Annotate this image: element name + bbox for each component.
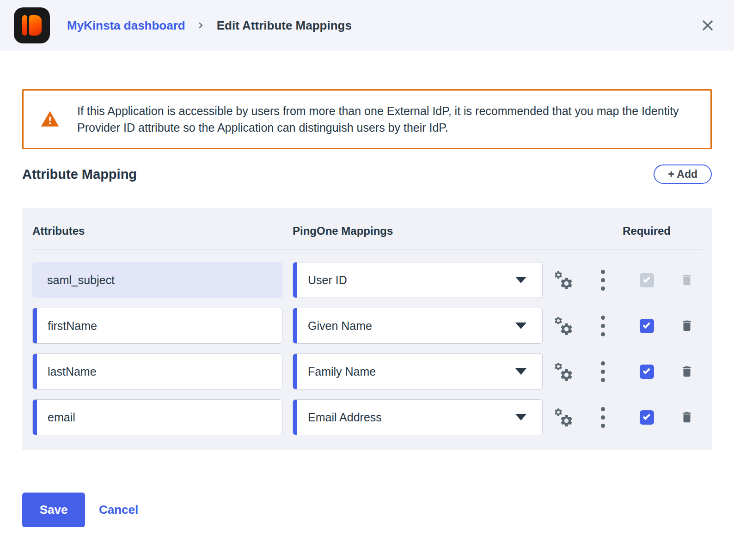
dropdown-accent-bar — [293, 308, 297, 343]
mapping-selected-value: Given Name — [308, 319, 372, 333]
trash-icon — [680, 273, 694, 287]
trash-icon — [680, 410, 694, 424]
more-options-button[interactable] — [584, 405, 621, 430]
chevron-down-icon — [515, 277, 526, 283]
kinsta-logo — [14, 7, 50, 43]
column-header-mappings: PingOne Mappings — [293, 225, 543, 237]
add-attribute-button[interactable]: + Add — [654, 164, 712, 184]
delete-row-button — [672, 273, 702, 287]
trash-icon — [680, 365, 694, 378]
page-title: Edit Attribute Mappings — [217, 18, 352, 33]
more-options-button[interactable] — [584, 314, 621, 338]
kinsta-logo-mark — [22, 15, 27, 36]
delete-row-button[interactable] — [672, 410, 702, 424]
mapping-dropdown[interactable]: Family Name — [293, 353, 543, 390]
cancel-button[interactable]: Cancel — [99, 503, 138, 517]
table-row: saml_subject User ID — [32, 262, 702, 298]
table-header-row: Attributes PingOne Mappings Required — [32, 220, 702, 237]
field-accent-bar — [33, 354, 37, 389]
dropdown-accent-bar — [293, 354, 297, 389]
chevron-down-icon — [515, 414, 526, 420]
save-button[interactable]: Save — [22, 493, 85, 527]
gears-icon — [553, 407, 574, 428]
required-checkbox[interactable] — [640, 365, 654, 379]
warning-banner: If this Application is accessible by use… — [22, 89, 712, 149]
dropdown-accent-bar — [293, 400, 297, 435]
column-header-required: Required — [621, 225, 672, 237]
attribute-field: saml_subject — [32, 262, 282, 298]
delete-row-button[interactable] — [672, 365, 702, 378]
field-accent-bar — [33, 400, 37, 435]
kinsta-logo-mark — [29, 15, 42, 36]
mapping-dropdown[interactable]: User ID — [293, 262, 543, 298]
required-checkbox — [640, 273, 654, 287]
required-checkbox[interactable] — [640, 319, 654, 333]
mapping-selected-value: Email Address — [308, 411, 382, 424]
chevron-right-icon — [195, 19, 208, 32]
advanced-settings-button[interactable] — [543, 361, 584, 382]
gears-icon — [553, 361, 574, 382]
table-row: lastName Family Name — [32, 353, 702, 390]
dropdown-accent-bar — [293, 262, 297, 298]
gears-icon — [553, 315, 574, 336]
table-row: email Email Address — [32, 399, 702, 435]
warning-triangle-icon — [39, 110, 61, 129]
more-options-button[interactable] — [584, 359, 621, 384]
attribute-mapping-table: Attributes PingOne Mappings Required sam… — [22, 208, 712, 450]
close-icon[interactable] — [697, 15, 718, 36]
required-checkbox[interactable] — [640, 410, 654, 425]
section-title: Attribute Mapping — [22, 167, 137, 182]
advanced-settings-button[interactable] — [543, 407, 584, 428]
advanced-settings-button[interactable] — [543, 269, 584, 291]
attribute-value: lastName — [48, 365, 97, 378]
attribute-value: firstName — [48, 319, 97, 333]
table-header-divider — [32, 250, 702, 250]
attribute-field[interactable]: email — [32, 399, 282, 435]
chevron-down-icon — [515, 323, 526, 329]
chevron-down-icon — [515, 368, 526, 375]
breadcrumb: MyKinsta dashboard Edit Attribute Mappin… — [67, 18, 352, 33]
delete-row-button[interactable] — [672, 319, 702, 333]
breadcrumb-app-link[interactable]: MyKinsta dashboard — [67, 18, 185, 33]
modal-body: If this Application is accessible by use… — [0, 89, 734, 527]
form-actions: Save Cancel — [22, 493, 712, 527]
attribute-value: email — [48, 411, 75, 424]
section-header: Attribute Mapping + Add — [22, 164, 712, 184]
mapping-selected-value: Family Name — [308, 365, 376, 378]
attribute-value: saml_subject — [47, 274, 115, 287]
attribute-field[interactable]: firstName — [32, 308, 282, 344]
attribute-field[interactable]: lastName — [32, 353, 282, 390]
mapping-dropdown[interactable]: Email Address — [293, 399, 543, 435]
field-accent-bar — [33, 308, 37, 343]
table-row: firstName Given Name — [32, 308, 702, 344]
gears-icon — [553, 269, 574, 291]
mapping-selected-value: User ID — [308, 274, 347, 287]
mapping-dropdown[interactable]: Given Name — [293, 308, 543, 344]
warning-message: If this Application is accessible by use… — [77, 103, 695, 136]
modal-header: MyKinsta dashboard Edit Attribute Mappin… — [0, 0, 734, 51]
column-header-attributes: Attributes — [32, 225, 282, 237]
more-options-button[interactable] — [584, 268, 621, 292]
advanced-settings-button[interactable] — [543, 315, 584, 336]
trash-icon — [680, 319, 694, 333]
